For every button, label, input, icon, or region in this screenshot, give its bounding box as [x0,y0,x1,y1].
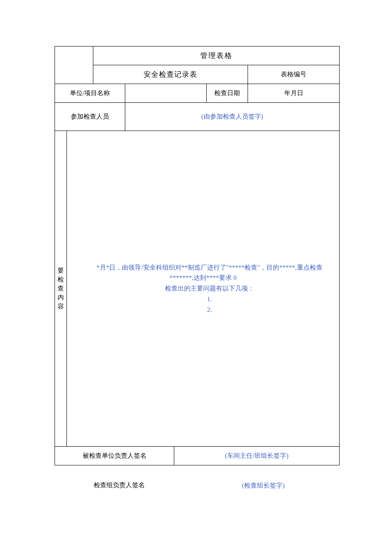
inspected-unit-signature-label: 被检查单位负责人签名 [55,447,174,465]
inspection-date-label: 检查日期 [207,84,248,103]
content-side-label: 要 检 查 内 容 [55,131,67,447]
footer-signatures: 检查组负责人签名 (检查组长签字) [55,481,339,489]
form-number-label: 表格编号 [248,65,340,84]
unit-name-label: 单位/项目名称 [55,84,125,103]
side-char-4: 内 [55,293,66,302]
side-char-2: 检 [55,275,66,284]
inspection-leader-signature-hint[interactable]: (检查组长签字) [238,481,289,490]
participants-hint[interactable]: (由参加检查人员签字) [125,103,340,131]
form-title-sub: 安全检查记录表 [93,65,248,84]
side-char-3: 查 [55,284,66,293]
inspection-content-area[interactable]: *月*日，由领导/安全科组织对**制造厂进行了"*****检查"，目的*****… [67,131,340,447]
content-item-1: 1. [67,294,339,305]
inspected-unit-signature-hint[interactable]: (车间主任/班组长签字) [174,447,340,465]
inspection-date-value[interactable]: 年月日 [248,84,340,103]
side-char-5: 容 [55,302,66,311]
side-char-1: 要 [55,266,66,275]
logo-cell [55,46,93,84]
content-line-2: *******,达到****要求 0 [67,273,339,283]
unit-name-value[interactable] [125,84,207,103]
safety-inspection-form: 管理表格 安全检查记录表 表格编号 单位/项目名称 检查日期 年月日 参加检查人… [55,46,340,465]
content-line-3: 检查出的主要问题有以下几项： [67,283,339,294]
participants-label: 参加检查人员 [55,103,125,131]
inspection-leader-signature-label: 检查组负责人签名 [94,481,145,489]
form-title-main: 管理表格 [93,46,340,65]
content-item-2: 2. [67,305,339,315]
content-line-1: *月*日，由领导/安全科组织对**制造厂进行了"*****检查"，目的*****… [67,262,339,273]
